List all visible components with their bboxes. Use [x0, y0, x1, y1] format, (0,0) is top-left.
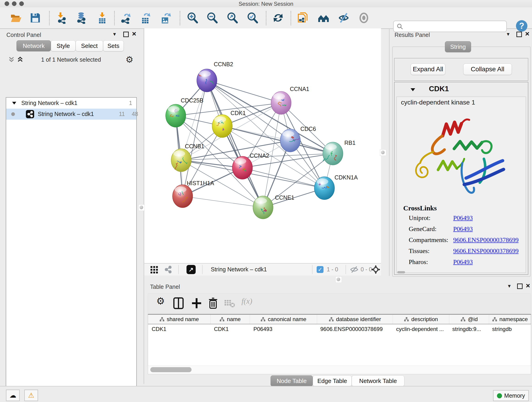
delete-icon[interactable]	[208, 297, 218, 309]
column-header-canonical-name[interactable]: canonical name	[250, 315, 317, 324]
export-image-icon[interactable]	[160, 12, 172, 24]
sitemap-icon	[461, 317, 466, 322]
gear-icon[interactable]: ⚙	[156, 295, 165, 307]
zoom-out-icon[interactable]	[206, 12, 218, 24]
vertical-divider	[389, 28, 389, 276]
table-cell[interactable]: 9606.ENSP00000378699	[317, 324, 393, 334]
results-scrollbar[interactable]	[397, 271, 405, 274]
column-header-shared-name[interactable]: shared name	[148, 315, 210, 324]
node-label: CCNE1	[275, 194, 294, 201]
column-header-database-identifier[interactable]: database identifier	[317, 315, 393, 324]
panel-menu-icon[interactable]: ▼	[507, 283, 512, 289]
hidden-eye-icon	[350, 266, 359, 273]
network-node-cdk1[interactable]: CDK1	[212, 110, 246, 138]
crosslink-link[interactable]: P06493	[453, 258, 473, 266]
import-network-from-clipboard-icon[interactable]	[297, 12, 309, 24]
zoom-fit-content-icon[interactable]	[226, 12, 238, 24]
scrollbar-thumb[interactable]	[150, 367, 191, 372]
close-panel-icon[interactable]: ×	[526, 283, 530, 288]
table-cell[interactable]: P06493	[250, 324, 317, 334]
export-network-icon[interactable]	[120, 12, 132, 24]
collapse-all-button[interactable]: Collapse All	[463, 64, 512, 75]
zoom-selected-icon[interactable]	[247, 12, 259, 24]
app-store-icon[interactable]	[317, 12, 329, 24]
title-bar: Session: New Session	[0, 0, 532, 7]
share-icon[interactable]	[164, 265, 172, 274]
table-cell[interactable]: stringdb	[488, 324, 530, 334]
network-row-selected[interactable]: String Network – cdk1 11 48	[6, 109, 136, 120]
node-label: CDKN1A	[335, 174, 358, 181]
table-cell[interactable]: CDK1	[210, 324, 250, 334]
export-table-icon[interactable]	[140, 12, 152, 24]
crosslink-link[interactable]: P06493	[453, 214, 473, 222]
network-node-cdkn1a[interactable]: CDKN1A	[314, 174, 358, 200]
column-header-name[interactable]: name	[210, 315, 250, 324]
right-splitter-handle[interactable]	[380, 149, 386, 156]
warning-icon[interactable]: ⚠	[24, 390, 38, 401]
tab-string[interactable]: String	[445, 41, 471, 52]
open-session-icon[interactable]	[10, 12, 22, 24]
table-cell[interactable]: CDK1	[148, 324, 210, 334]
network-view-toolbar: ↗ String Network – cdk1 ✓ 1 - 0 0 - 0	[144, 263, 381, 275]
crosslink-link[interactable]: 9606.ENSP00000378699	[453, 236, 519, 244]
import-network-from-database-icon[interactable]	[76, 12, 88, 24]
crosslinks-heading: CrossLinks	[403, 204, 437, 212]
network-node-ccnb2[interactable]: CCNB2	[197, 61, 233, 92]
detach-view-icon[interactable]: ↗	[186, 265, 196, 274]
apply-preferred-layout-icon[interactable]	[272, 12, 284, 24]
network-node-ccna1[interactable]: CCNA1	[271, 86, 309, 114]
tab-edge-table[interactable]: Edge Table	[313, 375, 352, 386]
table-horizontal-scrollbar[interactable]	[148, 366, 531, 374]
save-session-icon[interactable]	[29, 12, 41, 24]
crosslink-link[interactable]: P06493	[453, 225, 473, 233]
selected-checkbox[interactable]: ✓	[317, 266, 323, 273]
import-network-from-file-icon[interactable]	[56, 12, 68, 24]
network-node-hist1h1a[interactable]: HIST1H1A	[172, 180, 214, 208]
float-panel-icon[interactable]	[123, 32, 129, 37]
tab-network-table[interactable]: Network Table	[352, 375, 404, 386]
float-panel-icon[interactable]	[516, 32, 522, 37]
show-hidden-eye-icon[interactable]	[358, 12, 370, 24]
expand-all-icon[interactable]	[17, 56, 23, 63]
close-panel-icon[interactable]: ×	[132, 31, 136, 36]
tab-node-table[interactable]: Node Table	[271, 375, 313, 386]
gene-description: cyclin-dependent kinase 1	[401, 99, 475, 106]
column-header-description[interactable]: description	[393, 315, 449, 324]
network-collection-row[interactable]: String Network – cdk1 1	[6, 98, 136, 109]
birdseye-grid-icon[interactable]	[150, 266, 158, 274]
tab-network[interactable]: Network	[17, 40, 51, 51]
cloud-icon[interactable]: ☁	[6, 390, 20, 401]
zoom-in-icon[interactable]	[186, 12, 198, 24]
collapse-caret-icon[interactable]	[12, 101, 17, 105]
network-graph[interactable]: CCNB2CCNA1CDC25BCDK1CDC6RB1CCNB1CCNA2CDK…	[144, 28, 381, 263]
sitemap-icon	[220, 317, 225, 322]
columns-icon[interactable]	[173, 297, 184, 309]
network-canvas[interactable]: CCNB2CCNA1CDC25BCDK1CDC6RB1CCNB1CCNA2CDK…	[144, 28, 381, 263]
network-node-ccnb1[interactable]: CCNB1	[171, 143, 204, 172]
gear-icon[interactable]: ⚙	[126, 55, 133, 65]
table-cell[interactable]: stringdb:9...	[449, 324, 488, 334]
column-header--id[interactable]: @id	[449, 315, 489, 324]
table-row[interactable]: CDK1CDK1P064939606.ENSP00000378699cyclin…	[148, 324, 531, 334]
float-panel-icon[interactable]	[517, 283, 523, 289]
import-table-from-file-icon[interactable]	[96, 12, 108, 24]
panel-menu-icon[interactable]: ▼	[506, 32, 510, 37]
column-header-namespace[interactable]: namespace	[489, 315, 531, 324]
tab-sets[interactable]: Sets	[103, 40, 124, 51]
hide-selected-eye-slash-icon[interactable]	[338, 12, 350, 24]
close-panel-icon[interactable]: ×	[525, 31, 530, 36]
crosslink-link[interactable]: 9606.ENSP00000378699	[453, 247, 519, 255]
table-cell[interactable]: cyclin-dependent ...	[393, 324, 449, 334]
left-splitter-handle[interactable]	[138, 204, 145, 211]
panel-menu-icon[interactable]: ▼	[112, 32, 117, 37]
network-node-rb1[interactable]: RB1	[323, 140, 355, 165]
network-node-ccne1[interactable]: CCNE1	[253, 194, 294, 219]
memory-button[interactable]: Memory	[493, 390, 529, 401]
expand-all-button[interactable]: Expand All	[411, 64, 445, 75]
add-row-icon[interactable]	[191, 297, 202, 309]
tab-select[interactable]: Select	[76, 40, 103, 51]
crosshair-icon[interactable]	[371, 265, 380, 274]
collapse-all-icon[interactable]	[8, 56, 15, 63]
tab-style[interactable]: Style	[51, 40, 76, 51]
collapse-caret-icon[interactable]	[410, 87, 416, 92]
